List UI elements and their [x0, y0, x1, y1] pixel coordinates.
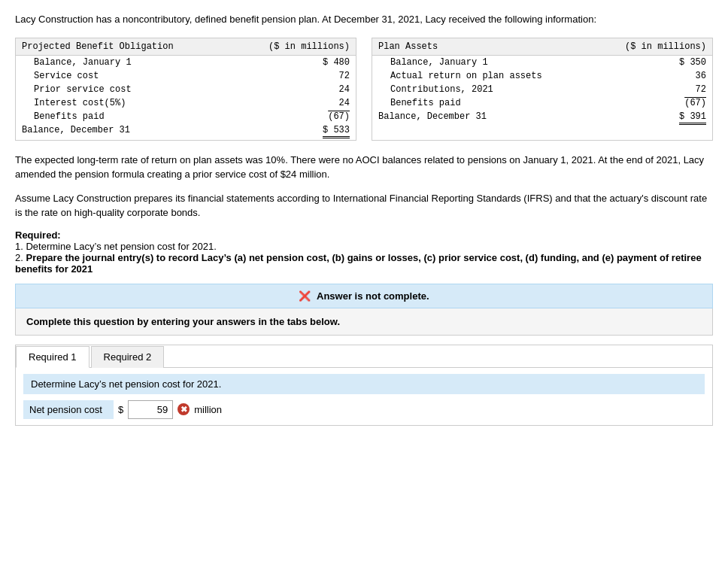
- tab-required1[interactable]: Required 1: [16, 346, 89, 368]
- net-pension-cost-label: Net pension cost: [23, 400, 114, 419]
- required-section: Required: 1. Determine Lacy’s net pensio…: [15, 229, 713, 275]
- pa-row-value-0: $ 350: [594, 55, 712, 69]
- pbo-row-label-1: Service cost: [16, 69, 232, 83]
- pbo-row-value-1: 72: [232, 69, 356, 83]
- plan-assets-table: Plan Assets ($ in millions) Balance, Jan…: [372, 38, 713, 141]
- pbo-row-label-0: Balance, January 1: [16, 55, 232, 69]
- answer-incomplete-text: Answer is not complete.: [317, 290, 429, 302]
- required-item2: 2. Prepare the journal entry(s) to recor…: [15, 252, 713, 275]
- pbo-header1: Projected Benefit Obligation: [16, 38, 232, 56]
- tab1-instruction: Determine Lacy’s net pension cost for 20…: [23, 374, 705, 394]
- answer-incomplete-bar: ❌ Answer is not complete.: [15, 284, 713, 308]
- tables-section: Projected Benefit Obligation ($ in milli…: [15, 38, 713, 141]
- complete-instruction: Complete this question by entering your …: [15, 308, 713, 336]
- required-item1: 1. Determine Lacy’s net pension cost for…: [15, 241, 713, 252]
- pbo-row-value-3: 24: [232, 96, 356, 110]
- pbo-row-label-2: Prior service cost: [16, 83, 232, 96]
- intro-paragraph: Lacy Construction has a noncontributory,…: [15, 12, 713, 27]
- pbo-row-value-0: $ 480: [232, 55, 356, 69]
- body-paragraph-2: Assume Lacy Construction prepares its fi…: [15, 191, 713, 220]
- pa-row-label-4: Balance, December 31: [372, 110, 594, 126]
- pa-row-label-0: Balance, January 1: [372, 55, 594, 69]
- tab1-content: Determine Lacy’s net pension cost for 20…: [16, 368, 712, 425]
- plan-assets-header2: ($ in millions): [594, 38, 712, 56]
- net-pension-cost-row: Net pension cost $ ✖ million: [23, 400, 705, 419]
- pbo-row-label-3: Interest cost(5%): [16, 96, 232, 110]
- tab-required2[interactable]: Required 2: [91, 346, 165, 368]
- pbo-table: Projected Benefit Obligation ($ in milli…: [15, 38, 356, 141]
- pa-row-value-1: 36: [594, 69, 712, 83]
- pbo-row-label-4: Benefits paid: [16, 110, 232, 123]
- tabs-header: Required 1 Required 2: [16, 345, 712, 368]
- plan-assets-header1: Plan Assets: [372, 38, 594, 56]
- currency-symbol: $: [117, 401, 125, 418]
- unit-label: million: [194, 404, 222, 415]
- error-circle-icon: ❌: [299, 290, 311, 302]
- pbo-row-value-5: $ 533: [232, 123, 356, 140]
- tabs-container: Required 1 Required 2 Determine Lacy’s n…: [15, 345, 713, 426]
- pa-row-value-4: $ 391: [594, 110, 712, 126]
- pa-row-value-2: 72: [594, 83, 712, 96]
- pbo-header2: ($ in millions): [232, 38, 356, 56]
- pa-row-label-2: Contributions, 2021: [372, 83, 594, 96]
- body-paragraph-1: The expected long-term rate of return on…: [15, 153, 713, 182]
- pbo-row-value-4: (67): [232, 110, 356, 123]
- net-pension-cost-input[interactable]: [128, 400, 173, 419]
- pbo-row-label-5: Balance, December 31: [16, 123, 232, 140]
- pa-row-value-3: (67): [594, 96, 712, 110]
- error-badge-icon: ✖: [177, 403, 190, 415]
- required-heading: Required:: [15, 229, 713, 241]
- pbo-row-value-2: 24: [232, 83, 356, 96]
- pa-row-label-3: Benefits paid: [372, 96, 594, 110]
- pa-row-label-1: Actual return on plan assets: [372, 69, 594, 83]
